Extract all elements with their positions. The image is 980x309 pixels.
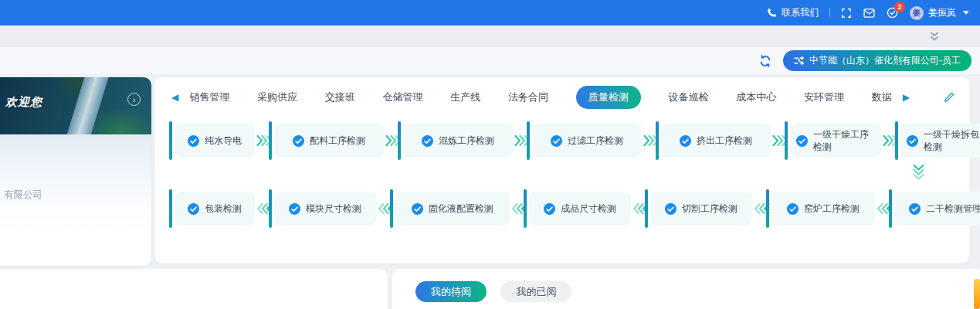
flow-card-固化液配置检测[interactable]: 固化液配置检测 [395,192,510,226]
flow-card-二干检测管理[interactable]: 二干检测管理 [894,192,980,226]
flow-card-一级干燥拆包检测[interactable]: 一级干燥拆包检测 [900,124,980,158]
notification-badge: 2 [894,2,905,12]
contact-us-button[interactable]: 联系我们 [767,6,819,19]
check-circle-icon [293,135,304,147]
flow-card-窑炉工序检测[interactable]: 窑炉工序检测 [771,192,875,226]
flow-card-label: 窑炉工序检测 [804,202,860,215]
top-navbar: 联系我们 2 姜 姜振岚 [0,0,980,25]
flow-card-切割工序检测[interactable]: 切割工序检测 [650,192,752,226]
tab-my-read[interactable]: 我的已阅 [500,281,571,302]
partial-orange-card-edge [974,279,980,309]
flow-down-connector-icon [914,165,924,181]
company-switcher-button[interactable]: 中节能（山东）催化剂有限公司-员工 [783,50,972,71]
tab-销售管理[interactable]: 销售管理 [189,90,229,104]
phone-icon [767,8,777,18]
mail-icon[interactable] [863,8,875,18]
check-circle-icon [907,135,918,147]
bottom-left-card [0,269,388,309]
flow-card-label: 挤出工序检测 [697,134,752,147]
flow-row-backward: 包装检测模块尺寸检测固化液配置检测成品尺寸检测切割工序检测窑炉工序检测二干检测管… [175,192,953,226]
collapse-double-chevron-icon[interactable] [929,32,940,42]
tabs-next-arrow-icon[interactable]: ▶ [903,92,910,103]
check-circle-icon [680,135,691,147]
check-circle-icon [909,203,921,215]
tab-仓储管理[interactable]: 仓储管理 [382,90,422,104]
check-circle-icon [422,135,433,147]
user-name: 姜振岚 [928,6,956,19]
welcome-company-name: 有限公司 [4,188,42,202]
flow-card-label: 配料工序检测 [310,134,365,147]
flow-card-label: 混炼工序检测 [439,134,494,147]
module-tabs-row: ◀ 销售管理采购供应交接班仓储管理生产线法务合同质量检测设备巡检成本中心安环管理… [171,82,955,113]
tab-数据[interactable]: 数据 [872,90,892,104]
todo-check-icon[interactable]: 2 [887,7,898,19]
welcome-card: 欢迎您 › 有限公司 [0,77,151,266]
check-circle-icon [188,135,199,147]
check-circle-icon [796,135,808,147]
user-caret-icon [963,11,969,15]
read-status-card: 我的待阅 我的已阅 [392,269,980,309]
tab-成本中心[interactable]: 成本中心 [736,90,776,104]
avatar: 姜 [910,6,924,20]
flow-card-label: 切割工序检测 [682,202,738,215]
flow-card-label: 纯水导电 [205,134,242,147]
fullscreen-icon[interactable] [841,8,852,19]
flow-card-label: 包装检测 [205,202,242,215]
flow-card-混炼工序检测[interactable]: 混炼工序检测 [403,124,513,158]
flow-card-包装检测[interactable]: 包装检测 [175,192,255,226]
check-circle-icon [412,203,423,215]
flow-card-成品尺寸检测[interactable]: 成品尺寸检测 [529,192,631,226]
switch-company-icon [794,56,804,66]
refresh-icon[interactable] [758,54,772,68]
flow-card-label: 固化液配置检测 [429,202,493,215]
check-circle-icon [289,203,300,215]
flow-card-label: 模块尺寸检测 [306,202,361,215]
tab-法务合同[interactable]: 法务合同 [508,90,548,104]
tab-设备巡检[interactable]: 设备巡检 [668,90,708,104]
flow-card-label: 二干检测管理 [926,202,980,215]
flow-card-label: 过滤工序检测 [568,134,623,147]
check-circle-icon [665,203,677,215]
flow-card-label: 一级干燥拆包检测 [924,128,980,153]
flow-row-forward: 纯水导电配料工序检测混炼工序检测过滤工序检测挤出工序检测一级干燥工序检测一级干燥… [175,124,953,158]
company-switcher-label: 中节能（山东）催化剂有限公司-员工 [809,54,961,67]
user-menu[interactable]: 姜 姜振岚 [910,6,969,20]
tab-安环管理[interactable]: 安环管理 [804,90,844,104]
flow-card-配料工序检测[interactable]: 配料工序检测 [274,124,384,158]
tabs-prev-arrow-icon[interactable]: ◀ [171,92,178,103]
edit-tabs-pencil-icon[interactable] [944,92,955,103]
tab-my-unread[interactable]: 我的待阅 [415,281,487,302]
quality-flow-panel: ◀ 销售管理采购供应交接班仓储管理生产线法务合同质量检测设备巡检成本中心安环管理… [154,77,970,263]
topbar-divider [829,8,830,18]
module-tabs-list: 销售管理采购供应交接班仓储管理生产线法务合同质量检测设备巡检成本中心安环管理数据 [189,86,892,109]
flow-card-label: 一级干燥工序检测 [813,128,875,153]
tab-生产线[interactable]: 生产线 [450,90,480,104]
flow-card-一级干燥工序检测[interactable]: 一级干燥工序检测 [790,124,881,158]
check-circle-icon [188,203,199,215]
tab-采购供应[interactable]: 采购供应 [257,90,297,104]
flow-card-过滤工序检测[interactable]: 过滤工序检测 [532,124,642,158]
banner-next-arrow[interactable]: › [127,93,141,106]
road-image-stripe [62,77,114,134]
flow-card-纯水导电[interactable]: 纯水导电 [175,124,255,158]
tab-交接班[interactable]: 交接班 [325,90,355,104]
flow-card-模块尺寸检测[interactable]: 模块尺寸检测 [274,192,376,226]
contact-us-label: 联系我们 [782,6,819,19]
welcome-card-body: 有限公司 [0,134,151,266]
welcome-banner-image: 欢迎您 › [0,77,151,134]
check-circle-icon [551,135,562,147]
tab-strip-bar [0,25,980,47]
check-circle-icon [544,203,555,215]
check-circle-icon [787,203,799,215]
flow-card-挤出工序检测[interactable]: 挤出工序检测 [661,124,771,158]
welcome-greeting: 欢迎您 [5,95,42,110]
context-toolbar: 中节能（山东）催化剂有限公司-员工 [0,47,980,74]
tab-质量检测[interactable]: 质量检测 [576,86,641,109]
flow-card-label: 成品尺寸检测 [561,202,616,215]
